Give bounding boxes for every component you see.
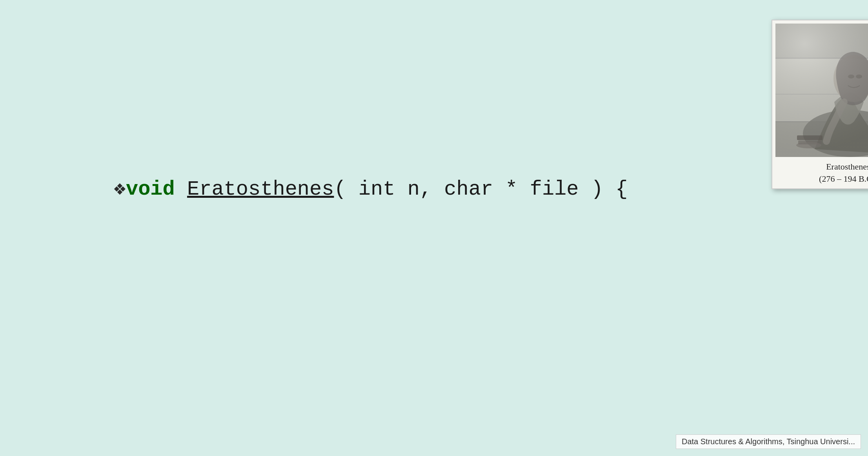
main-container: ❖void Eratosthenes( int n, char * file )… xyxy=(0,0,868,456)
bullet-diamond: ❖ xyxy=(114,178,126,201)
code-section: ❖void Eratosthenes( int n, char * file )… xyxy=(16,12,750,444)
svg-rect-20 xyxy=(775,24,868,157)
blank-line-1 xyxy=(16,364,750,396)
portrait-caption: Eratosthenes (276 – 194 B.C.) xyxy=(775,161,868,185)
code-line-1: ❖void Eratosthenes( int n, char * file )… xyxy=(16,142,750,237)
code-block: ❖void Eratosthenes( int n, char * file )… xyxy=(16,16,750,456)
keyword-void: void xyxy=(126,178,187,201)
watermark-text: Data Structures & Algorithms, Tsinghua U… xyxy=(682,437,855,446)
portrait-container: Eratosthenes (276 – 194 B.C.) xyxy=(772,20,868,189)
portrait-svg xyxy=(775,24,868,157)
right-section: Eratosthenes (276 – 194 B.C.) xyxy=(766,12,868,444)
portrait-image xyxy=(775,24,868,157)
func-name: Eratosthenes xyxy=(187,178,334,201)
func-params: ( int n, char * file ) { xyxy=(334,178,628,201)
person-dates: (276 – 194 B.C.) xyxy=(775,173,868,185)
watermark: Data Structures & Algorithms, Tsinghua U… xyxy=(676,434,861,449)
person-name: Eratosthenes xyxy=(775,161,868,173)
